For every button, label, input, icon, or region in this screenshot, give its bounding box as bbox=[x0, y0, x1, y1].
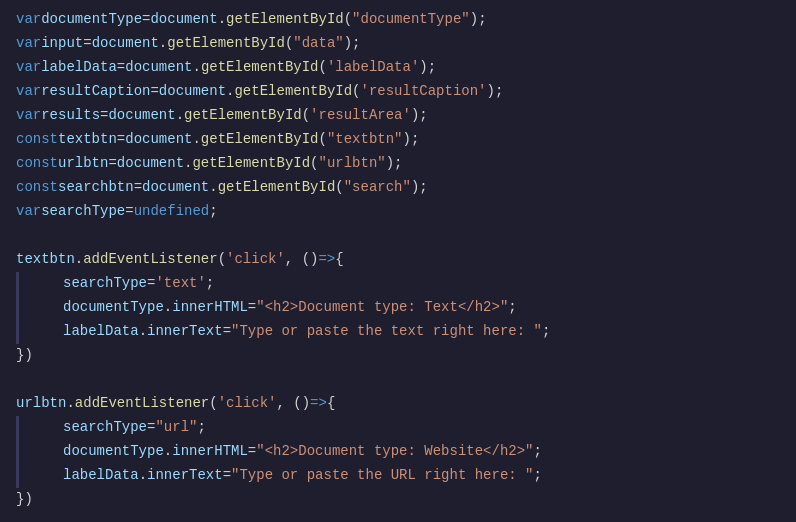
token-plain: ( bbox=[302, 104, 310, 126]
token-id: innerText bbox=[147, 320, 223, 342]
token-plain: ; bbox=[508, 296, 516, 318]
token-id: urlbtn bbox=[16, 392, 66, 414]
token-plain: . bbox=[139, 320, 147, 342]
token-plain: . bbox=[192, 56, 200, 78]
token-plain: = bbox=[248, 296, 256, 318]
token-id: documentType bbox=[41, 8, 142, 30]
token-plain: ( bbox=[319, 56, 327, 78]
indent-border bbox=[16, 296, 19, 320]
token-plain: = bbox=[83, 32, 91, 54]
token-plain: . bbox=[159, 32, 167, 54]
token-plain: . bbox=[209, 176, 217, 198]
code-line: documentType.innerHTML = "<h2>Document t… bbox=[0, 296, 796, 320]
code-line: var documentType = document.getElementBy… bbox=[0, 8, 796, 32]
token-plain: = bbox=[108, 152, 116, 174]
code-line: const textbtn = document.getElementById(… bbox=[0, 128, 796, 152]
token-kw: const bbox=[16, 152, 58, 174]
token-kw: var bbox=[16, 104, 41, 126]
token-str-double: "<h2>Document type: Text</h2>" bbox=[256, 296, 508, 318]
indent-border bbox=[16, 416, 19, 440]
token-plain: }) bbox=[16, 344, 33, 366]
token-plain: = bbox=[147, 272, 155, 294]
code-line: var resultCaption = document.getElementB… bbox=[0, 80, 796, 104]
token-id: document bbox=[117, 152, 184, 174]
code-line: var input = document.getElementById("dat… bbox=[0, 32, 796, 56]
token-plain: = bbox=[117, 128, 125, 150]
token-plain: , () bbox=[276, 392, 310, 414]
token-plain: = bbox=[248, 440, 256, 462]
token-id: labelData bbox=[63, 320, 139, 342]
token-id: documentType bbox=[63, 296, 164, 318]
token-id: document bbox=[125, 56, 192, 78]
token-plain: }) bbox=[16, 488, 33, 510]
token-plain: = bbox=[117, 56, 125, 78]
token-id: labelData bbox=[41, 56, 117, 78]
token-str-double: "search" bbox=[344, 176, 411, 198]
token-id: document bbox=[125, 128, 192, 150]
code-line: }) bbox=[0, 344, 796, 368]
token-plain: ); bbox=[411, 104, 428, 126]
token-plain: ); bbox=[403, 128, 420, 150]
token-method: getElementById bbox=[192, 152, 310, 174]
token-kw: var bbox=[16, 200, 41, 222]
token-id: urlbtn bbox=[58, 152, 108, 174]
code-line: labelData.innerText = "Type or paste the… bbox=[0, 464, 796, 488]
token-arrow: => bbox=[310, 392, 327, 414]
token-plain: . bbox=[192, 128, 200, 150]
token-plain: = bbox=[223, 320, 231, 342]
token-id: textbtn bbox=[16, 248, 75, 270]
code-line: searchType = "url"; bbox=[0, 416, 796, 440]
token-str-single: 'click' bbox=[226, 248, 285, 270]
token-plain: , () bbox=[285, 248, 319, 270]
token-id: input bbox=[41, 32, 83, 54]
token-plain: = bbox=[134, 176, 142, 198]
token-plain: ; bbox=[197, 416, 205, 438]
code-editor: var documentType = document.getElementBy… bbox=[0, 0, 796, 522]
token-method: addEventListener bbox=[75, 392, 209, 414]
token-str-double: "Type or paste the URL right here: " bbox=[231, 464, 533, 486]
token-plain: ); bbox=[386, 152, 403, 174]
token-id: document bbox=[142, 176, 209, 198]
token-str-single: 'resultArea' bbox=[310, 104, 411, 126]
token-plain: . bbox=[75, 248, 83, 270]
token-plain: ); bbox=[470, 8, 487, 30]
token-plain: ; bbox=[206, 272, 214, 294]
token-id: document bbox=[92, 32, 159, 54]
token-str-single: 'text' bbox=[155, 272, 205, 294]
code-line: urlbtn.addEventListener('click', () => { bbox=[0, 392, 796, 416]
token-id: searchType bbox=[63, 416, 147, 438]
token-method: getElementById bbox=[201, 56, 319, 78]
token-id: innerHTML bbox=[172, 440, 248, 462]
token-plain: . bbox=[164, 296, 172, 318]
token-kw: var bbox=[16, 56, 41, 78]
token-plain: = bbox=[125, 200, 133, 222]
token-kw: var bbox=[16, 80, 41, 102]
token-id: document bbox=[108, 104, 175, 126]
token-id: documentType bbox=[63, 440, 164, 462]
token-str-single: 'click' bbox=[218, 392, 277, 414]
token-str-single: 'labelData' bbox=[327, 56, 419, 78]
token-plain: { bbox=[327, 392, 335, 414]
indent-border bbox=[16, 272, 19, 296]
token-id: innerHTML bbox=[172, 296, 248, 318]
code-line: var labelData = document.getElementById(… bbox=[0, 56, 796, 80]
token-id: searchType bbox=[63, 272, 147, 294]
token-str-double: "<h2>Document type: Website</h2>" bbox=[256, 440, 533, 462]
indent-border bbox=[16, 440, 19, 464]
token-plain: ); bbox=[419, 56, 436, 78]
token-kw: const bbox=[16, 176, 58, 198]
token-plain: = bbox=[150, 80, 158, 102]
token-plain: ; bbox=[209, 200, 217, 222]
token-plain: . bbox=[226, 80, 234, 102]
token-id: results bbox=[41, 104, 100, 126]
token-str-double: "Type or paste the text right here: " bbox=[231, 320, 542, 342]
token-method: getElementById bbox=[226, 8, 344, 30]
token-plain: { bbox=[335, 248, 343, 270]
token-plain: ( bbox=[335, 176, 343, 198]
token-plain: = bbox=[147, 416, 155, 438]
token-plain: = bbox=[223, 464, 231, 486]
token-id: searchType bbox=[41, 200, 125, 222]
code-line: }) bbox=[0, 488, 796, 512]
token-method: getElementById bbox=[234, 80, 352, 102]
token-plain: . bbox=[176, 104, 184, 126]
